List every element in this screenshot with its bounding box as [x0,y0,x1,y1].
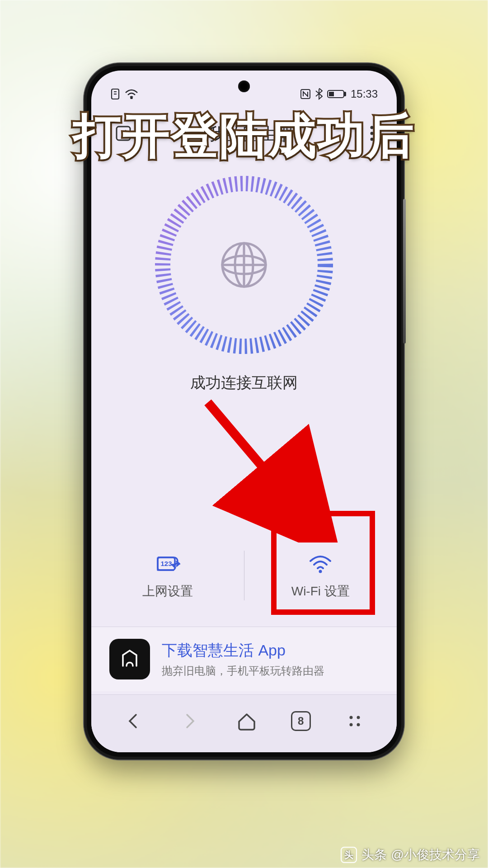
svg-point-21 [350,723,353,726]
status-left [110,88,138,100]
internet-settings-button[interactable]: 123 上网设置 [91,551,244,600]
promo-title: 下载智慧生活 App [162,640,324,661]
home-button[interactable] [234,708,259,734]
browser-bottom-nav: 8 [91,694,397,752]
app-download-banner[interactable]: 下载智慧生活 App 抛弃旧电脑，手机平板玩转路由器 [91,627,397,691]
watermark-logo: 头 [341,847,357,863]
clock-text: 15:33 [351,88,378,100]
wifi-icon [125,89,138,99]
svg-point-22 [357,723,360,726]
svg-point-20 [357,716,360,719]
instruction-caption: 打开登陆成功后 [73,104,415,169]
status-right: 15:33 [300,88,378,100]
svg-line-24 [208,402,307,520]
svg-rect-5 [329,92,334,96]
internet-settings-icon: 123 [155,551,180,576]
svg-point-1 [131,98,132,99]
connection-gauge: 成功连接互联网 [91,170,397,393]
watermark-author: @小俊技术分享 [391,846,480,863]
gauge-ring [149,170,339,360]
smartlife-app-icon [109,639,150,679]
promo-text: 下载智慧生活 App 抛弃旧电脑，手机平板玩转路由器 [162,640,324,678]
battery-icon [327,89,346,99]
watermark: 头 头条 @小俊技术分享 [341,846,480,863]
bluetooth-icon [315,88,323,100]
svg-rect-4 [344,92,346,96]
tab-count-text: 8 [298,715,304,727]
forward-button[interactable] [177,708,202,734]
nfc-icon [300,89,311,99]
watermark-prefix: 头条 [361,846,387,863]
svg-text:123: 123 [160,560,172,567]
sim-icon [110,88,120,100]
internet-settings-label: 上网设置 [142,583,193,600]
menu-button[interactable] [342,708,367,734]
connection-status-text: 成功连接互联网 [190,373,298,393]
punch-hole-camera [238,80,250,92]
tabs-button[interactable]: 8 [291,711,311,731]
svg-point-19 [350,716,353,719]
back-button[interactable] [121,708,146,734]
promo-subtitle: 抛弃旧电脑，手机平板玩转路由器 [162,664,324,678]
globe-icon [217,238,271,292]
annotation-arrow [194,393,339,542]
